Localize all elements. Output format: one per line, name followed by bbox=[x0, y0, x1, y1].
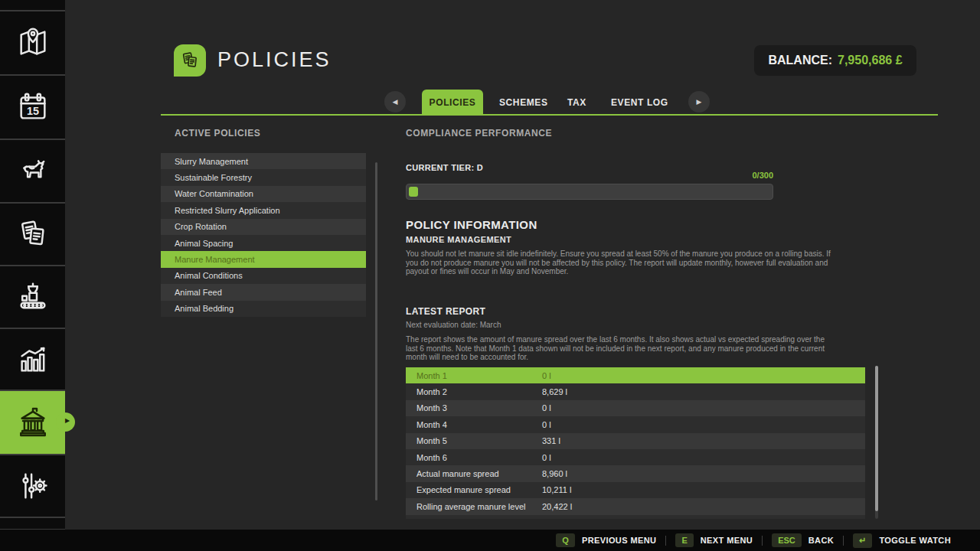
back-button[interactable]: ESC BACK bbox=[772, 533, 834, 547]
report-row-value: 20,422 l bbox=[542, 502, 572, 511]
balance-display: BALANCE: 7,950,686 £ bbox=[754, 45, 916, 76]
report-row-value: 8,629 l bbox=[542, 387, 567, 396]
report-row[interactable]: Expected manure spread 10,211 l bbox=[406, 482, 865, 498]
footer-divider bbox=[843, 536, 844, 546]
keybind-footer: Q PREVIOUS MENU E NEXT MENU ESC BACK ↵ T… bbox=[0, 530, 980, 551]
policies-documents-icon bbox=[179, 50, 201, 71]
balance-value: 7,950,686 £ bbox=[838, 54, 903, 67]
policy-list-item-selected[interactable]: Manure Management bbox=[161, 251, 366, 267]
policy-list-item[interactable]: Crop Rotation bbox=[161, 219, 366, 235]
report-row-label: Month 3 bbox=[406, 403, 542, 412]
back-label: BACK bbox=[808, 536, 834, 545]
report-row-value: 10,211 l bbox=[542, 485, 571, 494]
svg-text:15: 15 bbox=[27, 105, 39, 117]
report-row-label: Month 5 bbox=[406, 436, 542, 445]
policies-app-icon bbox=[174, 44, 206, 77]
tab-policies[interactable]: POLICIES bbox=[422, 90, 483, 115]
next-evaluation-date: Next evaluation date: March bbox=[406, 321, 501, 329]
policy-list-item[interactable]: Animal Feed bbox=[161, 284, 366, 300]
sidebar-item-calendar[interactable]: 15 bbox=[0, 76, 65, 139]
policy-list-item[interactable]: Animal Conditions bbox=[161, 268, 366, 284]
report-row[interactable]: Month 2 8,629 l bbox=[406, 383, 865, 399]
key-esc-badge: ESC bbox=[772, 533, 802, 547]
report-scrollbar-thumb[interactable] bbox=[875, 366, 878, 511]
bank-building-icon bbox=[15, 405, 51, 440]
compliance-score: 0/300 bbox=[406, 171, 773, 180]
previous-menu-button[interactable]: Q PREVIOUS MENU bbox=[556, 533, 656, 547]
documents-icon bbox=[15, 217, 51, 252]
toggle-watch-label: TOGGLE WATCH bbox=[879, 536, 951, 545]
tab-prev-arrow-button[interactable]: ◀ bbox=[384, 91, 406, 112]
report-row-label: Rolling average manure level bbox=[406, 502, 542, 511]
report-row-value: 0 l bbox=[542, 403, 551, 412]
next-menu-button[interactable]: E NEXT MENU bbox=[675, 533, 753, 547]
tab-schemes[interactable]: SCHEMES bbox=[499, 90, 548, 115]
tab-event-log[interactable]: EVENT LOG bbox=[611, 90, 668, 115]
report-row-label: Expected manure spread bbox=[406, 485, 542, 494]
page-title: POLICIES bbox=[217, 48, 332, 72]
report-row[interactable]: Rolling average manure level 20,422 l bbox=[406, 498, 865, 514]
policies-screen: 15 bbox=[0, 0, 980, 551]
key-q-badge: Q bbox=[556, 533, 575, 547]
production-icon bbox=[15, 279, 51, 315]
sidebar-selected-arrow-icon: ▶ bbox=[65, 417, 70, 424]
compliance-progress-bar bbox=[406, 184, 773, 200]
tab-underline bbox=[161, 114, 938, 116]
report-row-value: 0 l bbox=[542, 420, 551, 429]
latest-report-title: LATEST REPORT bbox=[406, 306, 485, 317]
next-menu-label: NEXT MENU bbox=[701, 536, 753, 545]
report-row-value: 331 l bbox=[542, 436, 560, 445]
report-row[interactable]: Actual manure spread 8,960 l bbox=[406, 465, 865, 481]
sidebar-item-production[interactable] bbox=[0, 266, 65, 328]
sidebar-item-partial-top bbox=[0, 0, 65, 10]
report-row-label: Month 6 bbox=[406, 453, 542, 462]
sidebar-item-contracts[interactable] bbox=[0, 204, 65, 265]
sidebar-item-partial-bottom bbox=[0, 518, 65, 529]
report-table: Month 1 0 l Month 2 8,629 l Month 3 0 l … bbox=[406, 367, 865, 519]
policy-list-item[interactable]: Animal Spacing bbox=[161, 235, 366, 251]
policy-list-item[interactable]: Slurry Management bbox=[161, 153, 366, 169]
policy-list-item[interactable]: Sustainable Forestry bbox=[161, 169, 366, 185]
policy-list-item[interactable]: Animal Bedding bbox=[161, 301, 366, 317]
policy-list-item[interactable]: Water Contamination bbox=[161, 186, 366, 202]
sidebar: 15 bbox=[0, 0, 65, 530]
active-policies-title: ACTIVE POLICIES bbox=[175, 128, 260, 139]
report-row-selected[interactable]: Month 1 0 l bbox=[406, 367, 865, 383]
sidebar-item-statistics[interactable] bbox=[0, 329, 65, 390]
policy-list-item[interactable]: Restricted Slurry Application bbox=[161, 202, 366, 218]
report-row-value: 8,960 l bbox=[542, 469, 567, 478]
report-row-value: 0 l bbox=[542, 453, 551, 462]
report-row-label: Month 4 bbox=[406, 420, 542, 429]
cow-icon bbox=[15, 154, 51, 189]
content-scrollbar[interactable] bbox=[375, 162, 377, 500]
key-e-badge: E bbox=[675, 533, 693, 547]
report-row-label: Rating bbox=[406, 518, 542, 519]
report-row[interactable]: Month 3 0 l bbox=[406, 400, 865, 416]
report-row[interactable]: Month 6 0 l bbox=[406, 449, 865, 465]
footer-divider bbox=[665, 536, 666, 546]
tab-tax[interactable]: TAX bbox=[567, 90, 586, 115]
balance-label: BALANCE: bbox=[768, 54, 832, 67]
settings-sliders-gear-icon bbox=[15, 468, 51, 504]
report-row-value: 0 bbox=[542, 518, 547, 519]
policy-information-title: POLICY INFORMATION bbox=[406, 218, 537, 231]
policy-description: You should not let manure sit idle indef… bbox=[406, 249, 833, 276]
policy-name: MANURE MANAGEMENT bbox=[406, 235, 511, 244]
calendar-icon: 15 bbox=[15, 90, 51, 125]
compliance-title: COMPLIANCE PERFORMANCE bbox=[406, 128, 552, 139]
bar-chart-icon bbox=[15, 342, 51, 377]
toggle-watch-button[interactable]: ↵ TOGGLE WATCH bbox=[853, 533, 951, 548]
report-description: The report shows the amount of manure sp… bbox=[406, 335, 833, 362]
sidebar-item-animals[interactable] bbox=[0, 140, 65, 202]
sidebar-item-settings[interactable] bbox=[0, 455, 65, 517]
report-row[interactable]: Month 4 0 l bbox=[406, 416, 865, 432]
tab-next-arrow-button[interactable]: ▶ bbox=[688, 91, 710, 112]
report-row-partial[interactable]: Rating 0 bbox=[406, 515, 865, 519]
sidebar-item-map[interactable] bbox=[0, 11, 65, 74]
report-row-value: 0 l bbox=[542, 371, 551, 380]
report-row[interactable]: Month 5 331 l bbox=[406, 433, 865, 449]
key-enter-badge: ↵ bbox=[853, 533, 872, 548]
report-row-label: Month 1 bbox=[406, 371, 542, 380]
active-policies-list: Slurry Management Sustainable Forestry W… bbox=[161, 153, 366, 317]
report-row-label: Actual manure spread bbox=[406, 469, 542, 478]
